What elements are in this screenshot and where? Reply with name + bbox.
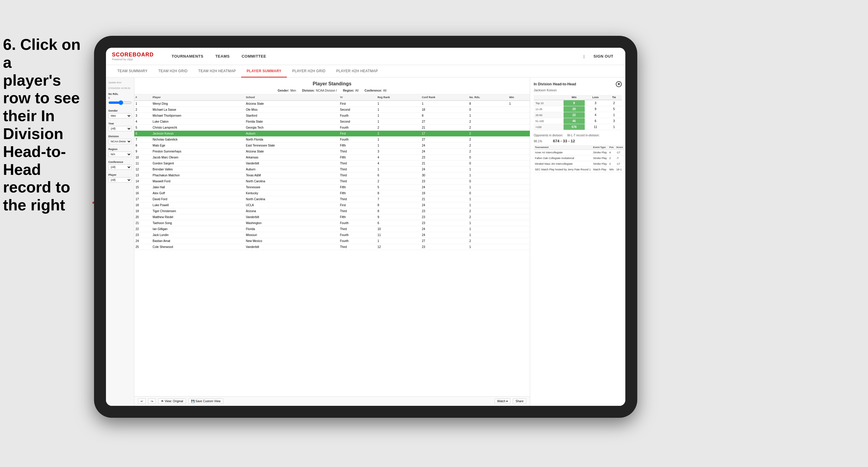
cell-conf: 23 xyxy=(421,244,468,250)
sign-out-button[interactable]: Sign out xyxy=(587,48,619,65)
conference-select[interactable]: (All) xyxy=(108,164,132,170)
cell-player: Jackson Koivun xyxy=(151,131,244,137)
table-row[interactable]: 12 Brendan Valles Auburn Third 1 24 1 xyxy=(134,166,530,173)
cell-yr: Third xyxy=(339,196,376,202)
no-rds-value: 6 xyxy=(108,96,132,99)
cell-win xyxy=(508,226,530,232)
year-label: Year xyxy=(108,122,132,125)
tab-player-h2h-heatmap[interactable]: PLAYER H2H HEATMAP xyxy=(331,65,383,77)
save-custom-button[interactable]: 💾 Save Custom View xyxy=(188,398,223,404)
cell-rds: 1 xyxy=(468,232,508,238)
cell-rds: 2 xyxy=(468,131,508,137)
table-row[interactable]: 13 Phachakun Malchon Texas A&M Third 6 3… xyxy=(134,173,530,179)
tab-team-summary[interactable]: TEAM SUMMARY xyxy=(112,65,153,77)
gender-select[interactable]: Men xyxy=(108,113,132,119)
nav-tournaments[interactable]: TOURNAMENTS xyxy=(166,48,209,65)
table-row[interactable]: 5 Christo Lamprecht Georgia Tech Fourth … xyxy=(134,125,530,131)
share-button[interactable]: Share xyxy=(513,398,526,404)
table-row[interactable]: 15 Jake Hall Tennessee Fifth 5 24 1 xyxy=(134,184,530,190)
cell-win xyxy=(508,238,530,244)
table-row[interactable]: 19 Tiger Christensen Arizona Third 8 23 … xyxy=(134,208,530,214)
bottom-toolbar: ↩ ↪ 👁 View: Original 💾 Save Custom View … xyxy=(134,396,530,406)
cell-win xyxy=(508,244,530,250)
cell-conf: 24 xyxy=(421,226,468,232)
conference-label: Conference xyxy=(108,160,132,163)
table-row[interactable]: 25 Cole Sherwood Vanderbilt Third 12 23 … xyxy=(134,244,530,250)
table-row[interactable]: 23 Jack Lundin Missouri Fourth 11 24 1 xyxy=(134,232,530,238)
cell-rds: 1 xyxy=(468,184,508,190)
tab-player-h2h-grid[interactable]: PLAYER H2H GRID xyxy=(287,65,331,77)
tab-player-summary[interactable]: PLAYER SUMMARY xyxy=(241,65,287,77)
cell-rank: 8 xyxy=(134,143,151,149)
cell-yr: Third xyxy=(339,226,376,232)
table-row[interactable]: 8 Mats Ege East Tennessee State Fifth 1 … xyxy=(134,143,530,149)
h2h-close-button[interactable]: ✕ xyxy=(616,81,622,87)
cell-school: North Carolina xyxy=(245,196,339,202)
cell-school: New Mexico xyxy=(245,238,339,244)
h2h-tie: 1 xyxy=(606,124,622,130)
logo-text: SCOREBOARD xyxy=(112,52,154,58)
cell-conf: 24 xyxy=(421,184,468,190)
division-select[interactable]: NCAA Division I xyxy=(108,139,132,144)
division-section: Division NCAA Division I xyxy=(108,135,132,144)
table-row[interactable]: 17 David Ford North Carolina Third 7 21 … xyxy=(134,196,530,202)
no-rds-section: No Rds. 6 xyxy=(108,93,132,106)
table-row[interactable]: 9 Preston Summerhays Arizona State Third… xyxy=(134,149,530,155)
cell-yr: Third xyxy=(339,208,376,214)
event-col-tournament: Tournament xyxy=(534,145,592,150)
scoreboard-logo: SCOREBOARD Powered by clippi xyxy=(112,52,154,61)
h2h-loss: 11 xyxy=(585,124,606,130)
table-row[interactable]: 16 Alex Goff Kentucky Fifth 8 19 0 xyxy=(134,190,530,196)
undo-button[interactable]: ↩ xyxy=(138,398,146,404)
cell-school: Washington xyxy=(245,220,339,226)
col-win: Win xyxy=(508,94,530,100)
table-row[interactable]: 10 Jacob Marc Olesen Arkansas Fifth 4 23… xyxy=(134,155,530,160)
cell-rank: 11 xyxy=(134,160,151,166)
cell-win: 1 xyxy=(508,100,530,107)
event-pos: 4 xyxy=(608,150,615,155)
redo-button[interactable]: ↪ xyxy=(148,398,156,404)
event-row: Fallon Oak Collegiate Invitational Strok… xyxy=(534,155,624,161)
nav-teams[interactable]: TEAMS xyxy=(209,48,236,65)
view-original-button[interactable]: 👁 View: Original xyxy=(158,398,186,404)
sub-nav: TEAM SUMMARY TEAM H2H GRID TEAM H2H HEAT… xyxy=(106,65,625,77)
table-row[interactable]: 21 Taehoon Song Washington Fourth 6 23 1 xyxy=(134,220,530,226)
cell-rank: 21 xyxy=(134,220,151,226)
table-row[interactable]: 22 Ian Gilligan Florida Third 10 24 1 xyxy=(134,226,530,232)
nav-committee[interactable]: COMMITTEE xyxy=(236,48,272,65)
player-select[interactable]: (All) xyxy=(108,177,132,183)
table-row[interactable]: 18 Luke Powell UCLA First 8 24 1 xyxy=(134,202,530,208)
tab-team-h2h-grid[interactable]: TEAM H2H GRID xyxy=(153,65,193,77)
table-row[interactable]: 1 Wenyi Ding Arizona State First 1 1 8 1 xyxy=(134,100,530,107)
tab-team-h2h-heatmap[interactable]: TEAM H2H HEATMAP xyxy=(193,65,241,77)
cell-reg: 1 xyxy=(376,107,421,113)
table-row[interactable]: 11 Gordon Sargent Vanderbilt Third 4 21 … xyxy=(134,160,530,166)
cell-win xyxy=(508,155,530,160)
h2h-row: >100 578 11 1 xyxy=(534,124,622,130)
table-row[interactable]: 6 Jackson Koivun Auburn First 2 17 2 xyxy=(134,131,530,137)
cell-rank: 22 xyxy=(134,226,151,232)
table-row[interactable]: 20 Matthew Riedel Vanderbilt Fifth 9 23 … xyxy=(134,214,530,220)
cell-conf: 24 xyxy=(421,143,468,149)
cell-yr: First xyxy=(339,131,376,137)
watch-button[interactable]: Watch ▾ xyxy=(495,398,511,404)
cell-rds: 1 xyxy=(468,166,508,173)
table-row[interactable]: 4 Luke Claton Florida State Second 1 27 … xyxy=(134,119,530,125)
region-select[interactable]: N/A xyxy=(108,152,132,157)
no-rds-slider[interactable] xyxy=(108,100,132,105)
cell-conf: 21 xyxy=(421,125,468,131)
standings-header: Player Standings Gender: Men Division: N… xyxy=(134,77,530,94)
cell-rank: 15 xyxy=(134,184,151,190)
year-select[interactable]: (All) xyxy=(108,126,132,131)
table-row[interactable]: 24 Bastian Amat New Mexico Fourth 1 27 2 xyxy=(134,238,530,244)
tablet-frame: SCOREBOARD Powered by clippi TOURNAMENTS… xyxy=(94,36,637,418)
cell-player: Ian Gilligan xyxy=(151,226,244,232)
filter-row: Gender: Men Division: NCAA Division I Re… xyxy=(139,89,525,92)
cell-rank: 16 xyxy=(134,190,151,196)
h2h-rank: 51-100 xyxy=(534,118,563,124)
table-row[interactable]: 14 Maxwell Ford North Carolina Third 2 2… xyxy=(134,179,530,184)
table-row[interactable]: 3 Michael Thorbjornsen Stanford Fourth 1… xyxy=(134,113,530,119)
table-row[interactable]: 7 Nicholas Gabrelick North Florida Fourt… xyxy=(134,137,530,143)
h2h-win: 22 xyxy=(563,112,585,118)
table-row[interactable]: 2 Michael La Sasse Ole Miss Second 1 18 … xyxy=(134,107,530,113)
